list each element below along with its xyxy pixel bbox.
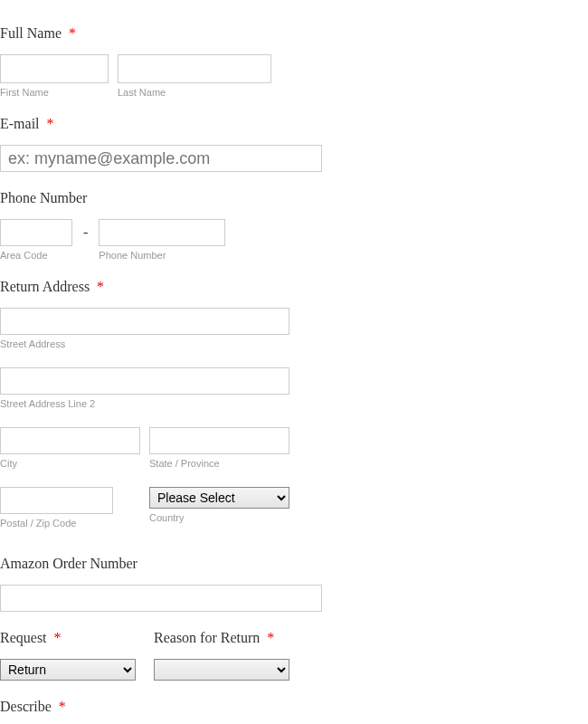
phone-number-sublabel: Phone Number xyxy=(99,250,225,261)
state-sublabel: State / Province xyxy=(149,458,289,469)
full-name-label: Full Name * xyxy=(0,25,588,42)
street-address-2-input[interactable] xyxy=(0,367,289,395)
city-input[interactable] xyxy=(0,427,140,454)
reason-select[interactable] xyxy=(154,659,289,681)
request-select[interactable]: Return xyxy=(0,659,136,681)
area-code-sublabel: Area Code xyxy=(0,250,72,261)
postal-code-input[interactable] xyxy=(0,487,113,514)
first-name-input[interactable] xyxy=(0,54,109,83)
full-name-label-text: Full Name xyxy=(0,25,62,41)
describe-label: Describe * xyxy=(0,699,588,715)
phone-label: Phone Number xyxy=(0,190,588,206)
phone-label-text: Phone Number xyxy=(0,190,87,205)
email-input[interactable] xyxy=(0,145,322,172)
request-label: Request * xyxy=(0,630,136,646)
first-name-sublabel: First Name xyxy=(0,87,109,98)
email-label-text: E-mail xyxy=(0,116,40,131)
required-indicator: * xyxy=(97,279,104,294)
describe-label-text: Describe xyxy=(0,699,52,714)
reason-label: Reason for Return * xyxy=(154,630,289,646)
return-address-label: Return Address * xyxy=(0,279,588,295)
street-address-input[interactable] xyxy=(0,308,289,335)
required-indicator: * xyxy=(69,25,76,41)
email-label: E-mail * xyxy=(0,116,588,132)
return-address-label-text: Return Address xyxy=(0,279,90,294)
order-number-label: Amazon Order Number xyxy=(0,556,588,572)
country-sublabel: Country xyxy=(149,512,289,523)
required-indicator: * xyxy=(267,630,274,645)
required-indicator: * xyxy=(59,699,66,714)
street-address-sublabel: Street Address xyxy=(0,338,588,349)
state-input[interactable] xyxy=(149,427,289,454)
postal-code-sublabel: Postal / Zip Code xyxy=(0,518,113,529)
area-code-input[interactable] xyxy=(0,219,72,246)
required-indicator: * xyxy=(54,630,62,645)
phone-separator: - xyxy=(81,224,90,241)
last-name-input[interactable] xyxy=(118,54,271,83)
reason-label-text: Reason for Return xyxy=(154,630,260,645)
country-select[interactable]: Please Select xyxy=(149,487,289,509)
order-number-input[interactable] xyxy=(0,585,322,612)
required-indicator: * xyxy=(47,116,54,131)
request-label-text: Request xyxy=(0,630,47,645)
street-address-2-sublabel: Street Address Line 2 xyxy=(0,398,588,409)
order-number-label-text: Amazon Order Number xyxy=(0,556,138,571)
last-name-sublabel: Last Name xyxy=(118,87,271,98)
city-sublabel: City xyxy=(0,458,140,469)
phone-number-input[interactable] xyxy=(99,219,225,246)
